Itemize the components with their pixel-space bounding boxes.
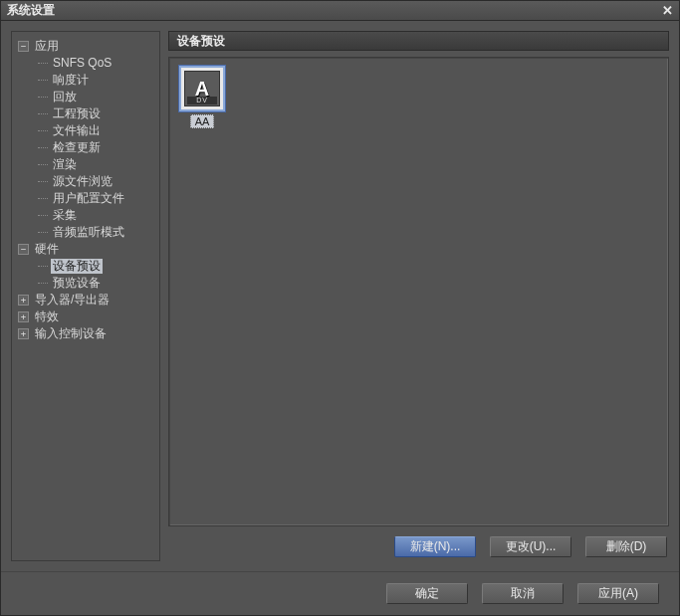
content-buttons: 新建(N)... 更改(U)... 删除(D): [168, 526, 669, 561]
ok-button[interactable]: 确定: [386, 583, 468, 604]
tree-leaf[interactable]: 响度计: [16, 72, 155, 89]
tree-leaf[interactable]: 源文件浏览: [16, 173, 155, 190]
tree-node-app[interactable]: − 应用: [16, 38, 155, 55]
collapse-icon[interactable]: −: [18, 41, 29, 52]
change-button[interactable]: 更改(U)...: [490, 536, 571, 557]
content-inner: A DV AA 新建(N)... 更改(U)... 删除(D): [168, 57, 669, 561]
tree-leaf[interactable]: 渲染: [16, 156, 155, 173]
tree-leaf[interactable]: 设备预设: [16, 258, 155, 275]
new-button[interactable]: 新建(N)...: [394, 536, 476, 557]
expand-icon[interactable]: +: [18, 311, 29, 322]
close-icon[interactable]: ✕: [659, 4, 675, 18]
tree-leaf[interactable]: 检查更新: [16, 139, 155, 156]
tree-leaf[interactable]: 工程预设: [16, 105, 155, 122]
tree-leaf[interactable]: 采集: [16, 207, 155, 224]
body-area: − 应用 SNFS QoS响度计回放工程预设文件输出检查更新渲染源文件浏览用户配…: [1, 21, 679, 615]
tree-leaf[interactable]: 预览设备: [16, 275, 155, 292]
delete-button[interactable]: 删除(D): [585, 536, 667, 557]
system-settings-window: 系统设置 ✕ − 应用 SNFS QoS响度计回放工程预设文件输出检查更新渲染源…: [0, 0, 680, 616]
expand-icon[interactable]: +: [18, 295, 29, 306]
expand-icon[interactable]: +: [18, 328, 29, 339]
footer: 确定 取消 应用(A): [1, 571, 679, 615]
content-panel: 设备预设 A DV AA: [168, 31, 669, 561]
collapse-icon[interactable]: −: [18, 244, 29, 255]
preset-icon-sub: DV: [187, 97, 217, 104]
tree-node-fx[interactable]: + 特效: [16, 308, 155, 325]
cancel-button[interactable]: 取消: [482, 583, 564, 604]
preset-label: AA: [190, 114, 215, 128]
tree-leaf[interactable]: 文件输出: [16, 122, 155, 139]
tree-leaf[interactable]: SNFS QoS: [16, 55, 155, 72]
content-header: 设备预设: [168, 31, 669, 51]
tree-leaf[interactable]: 回放: [16, 89, 155, 105]
tree-panel: − 应用 SNFS QoS响度计回放工程预设文件输出检查更新渲染源文件浏览用户配…: [11, 31, 160, 561]
apply-button[interactable]: 应用(A): [577, 583, 659, 604]
tree-node-input[interactable]: + 输入控制设备: [16, 325, 155, 342]
titlebar: 系统设置 ✕: [1, 1, 679, 21]
preset-grid[interactable]: A DV AA: [168, 57, 669, 526]
content-title: 设备预设: [177, 33, 225, 50]
tree-node-importer[interactable]: + 导入器/导出器: [16, 292, 155, 308]
window-title: 系统设置: [7, 2, 55, 19]
tree-leaf[interactable]: 音频监听模式: [16, 224, 155, 241]
preset-icon-letter: A: [195, 79, 209, 99]
tree-node-hardware[interactable]: − 硬件: [16, 241, 155, 258]
main-area: − 应用 SNFS QoS响度计回放工程预设文件输出检查更新渲染源文件浏览用户配…: [1, 21, 679, 571]
preset-item[interactable]: A DV AA: [177, 66, 227, 128]
tree-leaf[interactable]: 用户配置文件: [16, 190, 155, 207]
preset-icon: A DV: [179, 66, 225, 111]
